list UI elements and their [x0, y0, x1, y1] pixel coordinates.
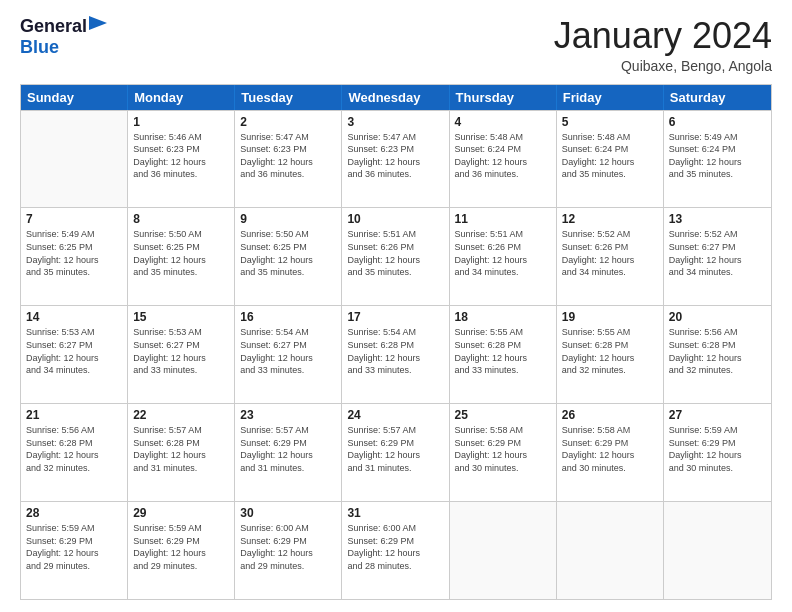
calendar-cell — [21, 111, 128, 208]
calendar-week: 28Sunrise: 5:59 AM Sunset: 6:29 PM Dayli… — [21, 501, 771, 599]
calendar-cell: 24Sunrise: 5:57 AM Sunset: 6:29 PM Dayli… — [342, 404, 449, 501]
day-info: Sunrise: 5:58 AM Sunset: 6:29 PM Dayligh… — [562, 424, 658, 474]
day-number: 11 — [455, 212, 551, 226]
day-info: Sunrise: 5:52 AM Sunset: 6:27 PM Dayligh… — [669, 228, 766, 278]
calendar-cell: 7Sunrise: 5:49 AM Sunset: 6:25 PM Daylig… — [21, 208, 128, 305]
day-info: Sunrise: 5:50 AM Sunset: 6:25 PM Dayligh… — [133, 228, 229, 278]
calendar-week: 1Sunrise: 5:46 AM Sunset: 6:23 PM Daylig… — [21, 110, 771, 208]
calendar-header-cell: Sunday — [21, 85, 128, 110]
calendar-cell — [557, 502, 664, 599]
location: Quibaxe, Bengo, Angola — [554, 58, 772, 74]
calendar-cell: 6Sunrise: 5:49 AM Sunset: 6:24 PM Daylig… — [664, 111, 771, 208]
calendar-cell: 25Sunrise: 5:58 AM Sunset: 6:29 PM Dayli… — [450, 404, 557, 501]
day-number: 21 — [26, 408, 122, 422]
day-number: 8 — [133, 212, 229, 226]
calendar-cell: 12Sunrise: 5:52 AM Sunset: 6:26 PM Dayli… — [557, 208, 664, 305]
calendar-cell: 26Sunrise: 5:58 AM Sunset: 6:29 PM Dayli… — [557, 404, 664, 501]
day-number: 19 — [562, 310, 658, 324]
calendar-cell: 27Sunrise: 5:59 AM Sunset: 6:29 PM Dayli… — [664, 404, 771, 501]
day-number: 25 — [455, 408, 551, 422]
calendar-cell: 19Sunrise: 5:55 AM Sunset: 6:28 PM Dayli… — [557, 306, 664, 403]
day-number: 18 — [455, 310, 551, 324]
calendar-cell — [450, 502, 557, 599]
calendar-cell: 13Sunrise: 5:52 AM Sunset: 6:27 PM Dayli… — [664, 208, 771, 305]
day-number: 2 — [240, 115, 336, 129]
day-info: Sunrise: 5:56 AM Sunset: 6:28 PM Dayligh… — [669, 326, 766, 376]
calendar-cell: 16Sunrise: 5:54 AM Sunset: 6:27 PM Dayli… — [235, 306, 342, 403]
day-info: Sunrise: 5:47 AM Sunset: 6:23 PM Dayligh… — [347, 131, 443, 181]
day-number: 17 — [347, 310, 443, 324]
day-number: 7 — [26, 212, 122, 226]
calendar-week: 21Sunrise: 5:56 AM Sunset: 6:28 PM Dayli… — [21, 403, 771, 501]
month-title: January 2024 — [554, 16, 772, 56]
day-number: 23 — [240, 408, 336, 422]
day-info: Sunrise: 5:52 AM Sunset: 6:26 PM Dayligh… — [562, 228, 658, 278]
day-number: 3 — [347, 115, 443, 129]
calendar-cell: 17Sunrise: 5:54 AM Sunset: 6:28 PM Dayli… — [342, 306, 449, 403]
day-number: 30 — [240, 506, 336, 520]
day-number: 28 — [26, 506, 122, 520]
day-info: Sunrise: 5:49 AM Sunset: 6:24 PM Dayligh… — [669, 131, 766, 181]
calendar-cell: 29Sunrise: 5:59 AM Sunset: 6:29 PM Dayli… — [128, 502, 235, 599]
calendar-header-cell: Tuesday — [235, 85, 342, 110]
calendar-cell: 18Sunrise: 5:55 AM Sunset: 6:28 PM Dayli… — [450, 306, 557, 403]
calendar-cell: 1Sunrise: 5:46 AM Sunset: 6:23 PM Daylig… — [128, 111, 235, 208]
day-number: 29 — [133, 506, 229, 520]
day-info: Sunrise: 5:56 AM Sunset: 6:28 PM Dayligh… — [26, 424, 122, 474]
day-info: Sunrise: 6:00 AM Sunset: 6:29 PM Dayligh… — [240, 522, 336, 572]
calendar-cell: 11Sunrise: 5:51 AM Sunset: 6:26 PM Dayli… — [450, 208, 557, 305]
day-number: 26 — [562, 408, 658, 422]
day-number: 6 — [669, 115, 766, 129]
calendar-cell: 23Sunrise: 5:57 AM Sunset: 6:29 PM Dayli… — [235, 404, 342, 501]
day-number: 16 — [240, 310, 336, 324]
calendar-header-row: SundayMondayTuesdayWednesdayThursdayFrid… — [21, 85, 771, 110]
day-info: Sunrise: 5:58 AM Sunset: 6:29 PM Dayligh… — [455, 424, 551, 474]
calendar: SundayMondayTuesdayWednesdayThursdayFrid… — [20, 84, 772, 600]
day-info: Sunrise: 5:57 AM Sunset: 6:28 PM Dayligh… — [133, 424, 229, 474]
calendar-cell: 22Sunrise: 5:57 AM Sunset: 6:28 PM Dayli… — [128, 404, 235, 501]
day-info: Sunrise: 5:59 AM Sunset: 6:29 PM Dayligh… — [26, 522, 122, 572]
day-number: 4 — [455, 115, 551, 129]
calendar-week: 7Sunrise: 5:49 AM Sunset: 6:25 PM Daylig… — [21, 207, 771, 305]
day-info: Sunrise: 5:50 AM Sunset: 6:25 PM Dayligh… — [240, 228, 336, 278]
svg-marker-0 — [89, 16, 107, 30]
day-info: Sunrise: 5:57 AM Sunset: 6:29 PM Dayligh… — [347, 424, 443, 474]
day-info: Sunrise: 5:49 AM Sunset: 6:25 PM Dayligh… — [26, 228, 122, 278]
day-info: Sunrise: 6:00 AM Sunset: 6:29 PM Dayligh… — [347, 522, 443, 572]
calendar-header-cell: Wednesday — [342, 85, 449, 110]
calendar-week: 14Sunrise: 5:53 AM Sunset: 6:27 PM Dayli… — [21, 305, 771, 403]
calendar-body: 1Sunrise: 5:46 AM Sunset: 6:23 PM Daylig… — [21, 110, 771, 599]
calendar-header-cell: Saturday — [664, 85, 771, 110]
calendar-cell: 15Sunrise: 5:53 AM Sunset: 6:27 PM Dayli… — [128, 306, 235, 403]
day-info: Sunrise: 5:54 AM Sunset: 6:27 PM Dayligh… — [240, 326, 336, 376]
day-number: 5 — [562, 115, 658, 129]
day-info: Sunrise: 5:53 AM Sunset: 6:27 PM Dayligh… — [26, 326, 122, 376]
calendar-cell: 5Sunrise: 5:48 AM Sunset: 6:24 PM Daylig… — [557, 111, 664, 208]
calendar-cell: 31Sunrise: 6:00 AM Sunset: 6:29 PM Dayli… — [342, 502, 449, 599]
calendar-cell — [664, 502, 771, 599]
day-number: 22 — [133, 408, 229, 422]
day-number: 10 — [347, 212, 443, 226]
calendar-cell: 4Sunrise: 5:48 AM Sunset: 6:24 PM Daylig… — [450, 111, 557, 208]
calendar-cell: 28Sunrise: 5:59 AM Sunset: 6:29 PM Dayli… — [21, 502, 128, 599]
day-number: 12 — [562, 212, 658, 226]
logo: General Blue — [20, 16, 87, 57]
calendar-cell: 14Sunrise: 5:53 AM Sunset: 6:27 PM Dayli… — [21, 306, 128, 403]
day-info: Sunrise: 5:55 AM Sunset: 6:28 PM Dayligh… — [562, 326, 658, 376]
calendar-cell: 10Sunrise: 5:51 AM Sunset: 6:26 PM Dayli… — [342, 208, 449, 305]
day-number: 1 — [133, 115, 229, 129]
day-info: Sunrise: 5:48 AM Sunset: 6:24 PM Dayligh… — [455, 131, 551, 181]
calendar-header-cell: Monday — [128, 85, 235, 110]
calendar-cell: 2Sunrise: 5:47 AM Sunset: 6:23 PM Daylig… — [235, 111, 342, 208]
day-number: 13 — [669, 212, 766, 226]
day-number: 14 — [26, 310, 122, 324]
calendar-header-cell: Friday — [557, 85, 664, 110]
calendar-cell: 21Sunrise: 5:56 AM Sunset: 6:28 PM Dayli… — [21, 404, 128, 501]
day-info: Sunrise: 5:59 AM Sunset: 6:29 PM Dayligh… — [133, 522, 229, 572]
calendar-cell: 20Sunrise: 5:56 AM Sunset: 6:28 PM Dayli… — [664, 306, 771, 403]
title-block: January 2024 Quibaxe, Bengo, Angola — [554, 16, 772, 74]
day-info: Sunrise: 5:48 AM Sunset: 6:24 PM Dayligh… — [562, 131, 658, 181]
day-info: Sunrise: 5:53 AM Sunset: 6:27 PM Dayligh… — [133, 326, 229, 376]
day-number: 31 — [347, 506, 443, 520]
day-number: 20 — [669, 310, 766, 324]
